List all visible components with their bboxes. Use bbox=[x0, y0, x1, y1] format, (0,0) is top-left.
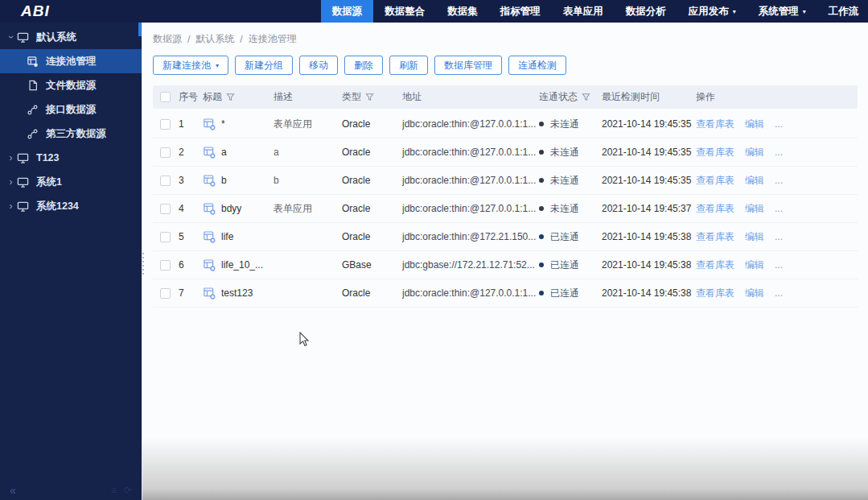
chevron-collapsed-icon[interactable]: › bbox=[6, 152, 16, 163]
toolbar-button-3[interactable]: 删除 bbox=[344, 56, 383, 75]
nav-item-7[interactable]: 系统管理▾ bbox=[747, 0, 817, 23]
status-text: 未连通 bbox=[550, 174, 579, 188]
link-icon bbox=[26, 127, 39, 141]
action-link-2[interactable]: ... bbox=[775, 259, 783, 271]
action-link-2[interactable]: ... bbox=[775, 118, 783, 130]
action-link-1[interactable]: 编辑 bbox=[745, 287, 764, 300]
toolbar-button-5[interactable]: 数据库管理 bbox=[434, 56, 502, 75]
title-cell[interactable]: b bbox=[203, 174, 274, 187]
action-link-0[interactable]: 查看库表 bbox=[696, 230, 734, 244]
nav-item-0[interactable]: 数据源 bbox=[321, 0, 374, 23]
menu-icon[interactable]: ≡ bbox=[111, 485, 117, 496]
address-cell: jdbc:oracle:thin:@127.0.0.1:1... bbox=[402, 147, 539, 158]
action-link-1[interactable]: 编辑 bbox=[745, 258, 764, 272]
filter-funnel-icon[interactable] bbox=[226, 93, 235, 101]
row-checkbox-cell bbox=[153, 232, 179, 242]
row-checkbox[interactable] bbox=[160, 288, 171, 299]
chevron-expanded-icon[interactable]: › bbox=[6, 32, 17, 43]
nav-item-3[interactable]: 指标管理 bbox=[489, 0, 552, 23]
chevron-collapsed-icon[interactable]: › bbox=[6, 200, 16, 212]
action-link-1[interactable]: 编辑 bbox=[745, 230, 764, 244]
time-cell: 2021-10-14 19:45:38 bbox=[602, 259, 696, 271]
row-checkbox[interactable] bbox=[160, 232, 171, 242]
toolbar-button-label: 数据库管理 bbox=[444, 59, 492, 72]
nav-item-8[interactable]: 工作流 bbox=[817, 0, 868, 23]
index-cell: 2 bbox=[179, 147, 203, 158]
row-checkbox[interactable] bbox=[160, 204, 171, 214]
header-cell-5: 连通状态 bbox=[539, 90, 602, 104]
index-cell: 5 bbox=[179, 231, 203, 242]
action-link-2[interactable]: ... bbox=[775, 231, 783, 242]
action-link-1[interactable]: 编辑 bbox=[745, 146, 764, 159]
toolbar-button-4[interactable]: 刷新 bbox=[389, 56, 428, 75]
table-header-row: 序号标题描述类型地址连通状态最近检测时间操作 bbox=[153, 85, 858, 109]
sidebar-item-3[interactable]: 接口数据源 bbox=[0, 97, 142, 122]
breadcrumb-item-1[interactable]: 默认系统 bbox=[195, 32, 234, 46]
actions-cell: 查看库表编辑... bbox=[696, 230, 858, 244]
row-checkbox[interactable] bbox=[160, 176, 171, 186]
action-link-0[interactable]: 查看库表 bbox=[696, 287, 734, 300]
row-checkbox[interactable] bbox=[160, 147, 171, 158]
title-cell[interactable]: bdyy bbox=[203, 202, 274, 215]
sidebar-item-0[interactable]: ›默认系统 bbox=[0, 25, 142, 49]
desc-cell: 表单应用 bbox=[274, 118, 342, 131]
header-label: 描述 bbox=[274, 90, 293, 104]
action-link-2[interactable]: ... bbox=[775, 175, 783, 186]
sidebar-item-4[interactable]: 第三方数据源 bbox=[0, 122, 142, 146]
action-link-0[interactable]: 查看库表 bbox=[696, 146, 734, 159]
header-cell-1: 标题 bbox=[203, 90, 274, 104]
row-checkbox-cell bbox=[153, 288, 179, 299]
nav-item-4[interactable]: 表单应用 bbox=[552, 0, 615, 23]
toolbar-button-1[interactable]: 新建分组 bbox=[235, 56, 293, 75]
action-link-0[interactable]: 查看库表 bbox=[696, 174, 734, 188]
address-cell: jdbc:oracle:thin:@127.0.0.1:1... bbox=[402, 203, 539, 214]
actions-cell: 查看库表编辑... bbox=[696, 146, 858, 159]
row-checkbox[interactable] bbox=[160, 260, 171, 271]
toolbar: 新建连接池▾新建分组移动删除刷新数据库管理连通检测 bbox=[153, 56, 857, 75]
nav-item-label: 应用发布 bbox=[689, 5, 729, 19]
nav-item-1[interactable]: 数据整合 bbox=[373, 0, 436, 23]
collapse-sidebar-button[interactable]: « bbox=[10, 484, 16, 497]
type-cell: Oracle bbox=[342, 231, 402, 242]
toolbar-button-0[interactable]: 新建连接池▾ bbox=[153, 56, 228, 75]
sidebar-item-6[interactable]: ›系统1 bbox=[0, 170, 142, 194]
chevron-collapsed-icon[interactable]: › bbox=[6, 176, 16, 188]
nav-item-2[interactable]: 数据集 bbox=[436, 0, 489, 23]
sidebar-item-7[interactable]: ›系统1234 bbox=[0, 194, 142, 218]
sidebar-item-2[interactable]: 文件数据源 bbox=[0, 73, 142, 97]
title-cell[interactable]: * bbox=[203, 118, 274, 130]
action-link-1[interactable]: 编辑 bbox=[745, 118, 764, 131]
title-cell[interactable]: a bbox=[203, 146, 274, 159]
action-link-1[interactable]: 编辑 bbox=[745, 174, 764, 188]
panel-resize-handle[interactable] bbox=[141, 253, 145, 275]
system-tree: ›默认系统连接池管理文件数据源接口数据源第三方数据源›T123›系统1›系统12… bbox=[0, 23, 142, 218]
title-cell[interactable]: life bbox=[203, 230, 274, 243]
title-cell[interactable]: test123 bbox=[203, 287, 274, 300]
breadcrumb-item-0[interactable]: 数据源 bbox=[153, 32, 182, 46]
toolbar-button-6[interactable]: 连通检测 bbox=[508, 56, 566, 75]
actions-cell: 查看库表编辑... bbox=[696, 258, 858, 272]
header-label: 最近检测时间 bbox=[602, 90, 660, 104]
action-link-2[interactable]: ... bbox=[775, 147, 783, 158]
type-cell: Oracle bbox=[342, 118, 402, 130]
title-cell[interactable]: life_10_... bbox=[203, 258, 274, 271]
refresh-icon[interactable]: ⟳ bbox=[124, 485, 132, 496]
action-link-2[interactable]: ... bbox=[775, 203, 783, 214]
nav-item-5[interactable]: 数据分析 bbox=[615, 0, 677, 23]
action-link-1[interactable]: 编辑 bbox=[745, 202, 764, 216]
sidebar-footer-icons: ≡⟳ bbox=[111, 485, 132, 496]
action-link-0[interactable]: 查看库表 bbox=[696, 118, 734, 131]
filter-funnel-icon[interactable] bbox=[582, 93, 590, 101]
breadcrumb-item-2[interactable]: 连接池管理 bbox=[249, 32, 297, 46]
toolbar-button-2[interactable]: 移动 bbox=[299, 56, 338, 75]
nav-item-6[interactable]: 应用发布▾ bbox=[677, 0, 747, 23]
select-all-checkbox[interactable] bbox=[160, 92, 171, 102]
row-checkbox-cell bbox=[153, 147, 179, 158]
action-link-2[interactable]: ... bbox=[775, 287, 783, 299]
action-link-0[interactable]: 查看库表 bbox=[696, 202, 734, 216]
row-checkbox[interactable] bbox=[160, 119, 171, 130]
sidebar-item-5[interactable]: ›T123 bbox=[0, 146, 142, 170]
action-link-0[interactable]: 查看库表 bbox=[696, 258, 734, 272]
sidebar-item-1[interactable]: 连接池管理 bbox=[0, 49, 142, 73]
filter-funnel-icon[interactable] bbox=[365, 93, 374, 101]
